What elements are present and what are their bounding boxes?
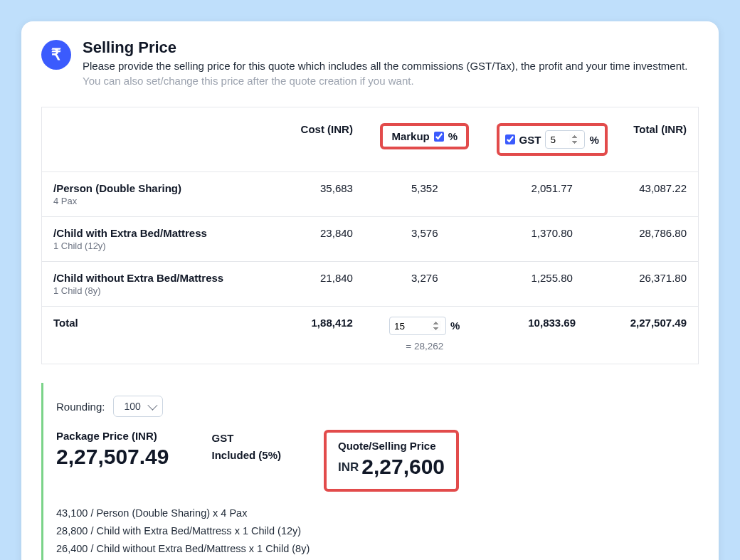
col-gst: GST %: [485, 107, 619, 172]
page-title: Selling Price: [83, 38, 687, 57]
chevron-down-icon: [147, 401, 157, 411]
row-markup: 3,276: [364, 262, 485, 307]
gst-enable-checkbox[interactable]: [505, 134, 515, 144]
markup-label: Markup: [391, 130, 429, 142]
percent-sign: %: [448, 130, 458, 142]
package-price-value: 2,27,507.49: [56, 445, 169, 469]
row-markup: 3,576: [364, 217, 485, 262]
total-label: Total: [42, 307, 266, 364]
rounding-select[interactable]: 100: [113, 396, 162, 417]
total-cost: 1,88,412: [265, 307, 364, 364]
quote-currency: INR: [338, 460, 359, 474]
row-total: 28,786.80: [619, 217, 699, 262]
row-total: 43,087.22: [619, 172, 699, 217]
table-row: /Child with Extra Bed/Mattress 1 Child (…: [42, 217, 699, 262]
col-cost: Cost (INR): [265, 107, 364, 172]
row-markup: 5,352: [364, 172, 485, 217]
breakdown-line: 28,800 / Child with Extra Bed/Mattress x…: [56, 522, 692, 540]
quote-price-label: Quote/Selling Price: [338, 440, 445, 452]
markup-percent-input[interactable]: [389, 317, 446, 335]
breakdown-line: 43,100 / Person (Double Sharing) x 4 Pax: [56, 504, 692, 522]
row-cost: 35,683: [265, 172, 364, 217]
markup-percent-checkbox[interactable]: [434, 132, 444, 142]
table-row: /Person (Double Sharing) 4 Pax 35,683 5,…: [42, 172, 699, 217]
row-gst: 2,051.77: [485, 172, 619, 217]
col-total: Total (INR): [619, 107, 699, 172]
percent-sign: %: [450, 318, 460, 334]
breakdown-line: 26,400 / Child without Extra Bed/Mattres…: [56, 540, 692, 558]
quote-price-block: Quote/Selling Price INR2,27,600: [324, 430, 459, 492]
pricing-table: Cost (INR) Markup % GST %: [41, 107, 699, 364]
row-cost: 21,840: [265, 262, 364, 307]
row-total: 26,371.80: [619, 262, 699, 307]
rupee-icon: ₹: [41, 40, 71, 70]
row-cost: 23,840: [265, 217, 364, 262]
gst-included-block: GST Included (5%): [211, 430, 281, 464]
row-sub: 1 Child (12y): [53, 241, 254, 251]
total-total: 2,27,507.49: [619, 307, 699, 364]
price-breakdown: 43,100 / Person (Double Sharing) x 4 Pax…: [56, 504, 692, 557]
col-name: [42, 107, 266, 172]
col-markup: Markup %: [364, 107, 485, 172]
summary-panel: Rounding: 100 Package Price (INR) 2,27,5…: [41, 383, 699, 560]
row-sub: 4 Pax: [53, 196, 254, 206]
page-description: Please provide the selling price for thi…: [83, 60, 687, 72]
gst-included-line2: Included (5%): [211, 447, 281, 464]
rounding-value: 100: [124, 401, 140, 412]
page-hint: You can also set/change this price after…: [83, 75, 687, 87]
package-price-label: Package Price (INR): [56, 430, 169, 442]
markup-equals: = 28,262: [376, 339, 474, 354]
selling-price-card: ₹ Selling Price Please provide the selli…: [21, 21, 719, 560]
gst-percent-input[interactable]: [545, 130, 585, 149]
row-name: /Child without Extra Bed/Mattress: [53, 272, 254, 284]
table-row: /Child without Extra Bed/Mattress 1 Chil…: [42, 262, 699, 307]
row-gst: 1,255.80: [485, 262, 619, 307]
quote-price-value: 2,27,600: [361, 455, 445, 479]
rounding-label: Rounding:: [56, 401, 105, 413]
row-name: /Person (Double Sharing): [53, 182, 254, 194]
gst-label: GST: [519, 134, 541, 146]
package-price-block: Package Price (INR) 2,27,507.49: [56, 430, 169, 469]
row-sub: 1 Child (8y): [53, 285, 254, 296]
row-name: /Child with Extra Bed/Mattress: [53, 227, 254, 239]
percent-sign: %: [589, 134, 598, 146]
total-gst: 10,833.69: [485, 307, 619, 364]
card-header: ₹ Selling Price Please provide the selli…: [41, 38, 699, 87]
gst-included-line1: GST: [211, 430, 281, 447]
row-gst: 1,370.80: [485, 217, 619, 262]
table-total-row: Total 1,88,412 % = 28,262 10,833.69 2,27…: [42, 307, 699, 364]
